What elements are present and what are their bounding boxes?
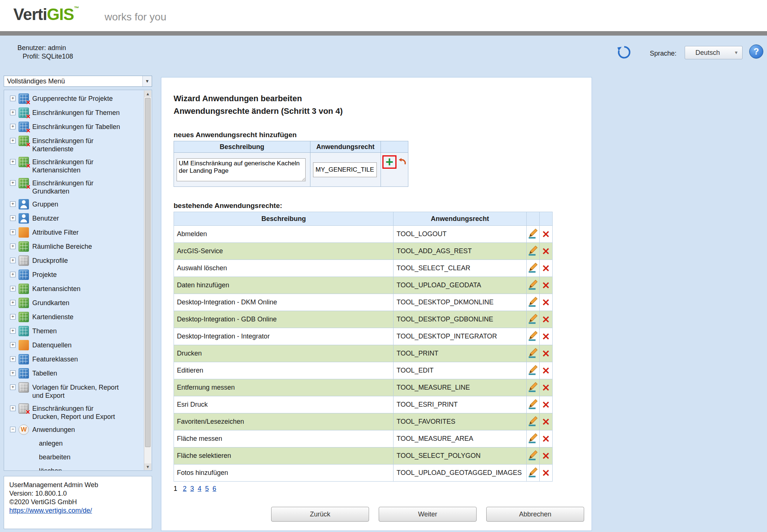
expand-icon[interactable]: + xyxy=(10,356,16,362)
sidebar-item-anwendungen[interactable]: −Anwendungen xyxy=(4,423,137,437)
sidebar-item-tabellen[interactable]: +Tabellen xyxy=(4,366,137,380)
sidebar-item-benutzer[interactable]: +Benutzer xyxy=(4,211,137,225)
page-link-2[interactable]: 2 xyxy=(183,485,187,492)
select-arrow-icon[interactable]: ▼ xyxy=(142,76,152,86)
language-select[interactable]: Deutsch ▼ xyxy=(685,46,743,59)
edit-icon[interactable] xyxy=(527,466,539,478)
sidebar-item-kartenansichten[interactable]: +Kartenansichten xyxy=(4,282,137,296)
expand-icon[interactable]: + xyxy=(10,286,16,291)
edit-icon[interactable] xyxy=(527,313,539,324)
delete-icon[interactable]: ✕ xyxy=(542,382,550,393)
sidebar-subitem-bearbeiten[interactable]: bearbeiten xyxy=(4,450,137,464)
expand-icon[interactable]: + xyxy=(10,201,16,207)
scroll-up-icon[interactable]: ▲ xyxy=(144,90,151,97)
sidebar-item-themen[interactable]: +Themen xyxy=(4,324,137,338)
sidebar-item-einschränkungen-für-tabellen[interactable]: +✕Einschränkungen für Tabellen xyxy=(4,120,137,134)
expand-icon[interactable]: + xyxy=(10,96,16,101)
add-right-icon[interactable]: + xyxy=(384,156,395,168)
edit-icon[interactable] xyxy=(527,432,539,443)
refresh-icon[interactable] xyxy=(616,44,632,60)
menu-mode-select[interactable]: Vollständiges Menü ▼ xyxy=(4,76,152,87)
expand-icon[interactable]: + xyxy=(10,272,16,277)
collapse-icon[interactable]: − xyxy=(10,427,16,432)
delete-icon[interactable]: ✕ xyxy=(542,263,550,274)
delete-icon[interactable]: ✕ xyxy=(542,280,550,291)
delete-icon[interactable]: ✕ xyxy=(542,314,550,325)
sidebar-item-einschränkungen-für-grundkarten[interactable]: +✕Einschränkungen für Grundkarten xyxy=(4,176,137,197)
expand-icon[interactable]: + xyxy=(10,229,16,235)
edit-icon[interactable] xyxy=(527,245,539,256)
einschränkungen-für-kartendienste-icon: ✕ xyxy=(19,136,29,146)
delete-icon[interactable]: ✕ xyxy=(542,331,550,342)
edit-icon[interactable] xyxy=(527,296,539,307)
help-button[interactable]: ? xyxy=(749,44,763,59)
sidebar-item-featureklassen[interactable]: +Featureklassen xyxy=(4,352,137,366)
expand-icon[interactable]: + xyxy=(10,384,16,390)
expand-icon[interactable]: + xyxy=(10,124,16,129)
expand-icon[interactable]: + xyxy=(10,215,16,221)
sidebar-item-projekte[interactable]: +Projekte xyxy=(4,268,137,282)
vertigis-link[interactable]: https://www.vertigis.com/de/ xyxy=(9,507,92,514)
edit-icon[interactable] xyxy=(527,449,539,460)
edit-icon[interactable] xyxy=(527,398,539,409)
expand-icon[interactable]: + xyxy=(10,342,16,348)
edit-icon[interactable] xyxy=(527,228,539,239)
delete-icon[interactable]: ✕ xyxy=(542,433,550,445)
delete-icon[interactable]: ✕ xyxy=(542,399,550,410)
delete-icon[interactable]: ✕ xyxy=(542,467,550,479)
sidebar-item-einschränkungen-für-kartenansichten[interactable]: +✕Einschränkungen für Kartenansichten xyxy=(4,155,137,176)
expand-icon[interactable]: + xyxy=(10,110,16,115)
sidebar-item-druckprofile[interactable]: +Druckprofile xyxy=(4,254,137,268)
scrollbar-thumb[interactable] xyxy=(145,98,151,447)
sidebar-item-einschränkungen-für-themen[interactable]: +✕Einschränkungen für Themen xyxy=(4,106,137,120)
delete-icon[interactable]: ✕ xyxy=(542,229,550,240)
edit-icon[interactable] xyxy=(527,364,539,375)
sidebar-item-gruppen[interactable]: +Gruppen xyxy=(4,197,137,211)
page-link-3[interactable]: 3 xyxy=(190,485,194,492)
delete-icon[interactable]: ✕ xyxy=(542,297,550,308)
sidebar-item-räumliche-bereiche[interactable]: +Räumliche Bereiche xyxy=(4,239,137,254)
delete-icon[interactable]: ✕ xyxy=(542,365,550,376)
expand-icon[interactable]: + xyxy=(10,258,16,263)
expand-icon[interactable]: + xyxy=(10,159,16,165)
edit-icon[interactable] xyxy=(527,347,539,358)
sidebar-subitem-anlegen[interactable]: anlegen xyxy=(4,437,137,450)
sidebar-item-kartendienste[interactable]: +Kartendienste xyxy=(4,310,137,324)
expand-icon[interactable]: + xyxy=(10,370,16,376)
delete-icon[interactable]: ✕ xyxy=(542,416,550,427)
edit-icon[interactable] xyxy=(527,381,539,392)
sidebar-item-attributive-filter[interactable]: +Attributive Filter xyxy=(4,225,137,239)
new-description-input[interactable]: UM Einschränkung auf generische Kacheln … xyxy=(177,158,306,181)
sidebar-item-grundkarten[interactable]: +Grundkarten xyxy=(4,296,137,310)
expand-icon[interactable]: + xyxy=(10,180,16,186)
sidebar-item-datenquellen[interactable]: +Datenquellen xyxy=(4,338,137,352)
back-button[interactable]: Zurück xyxy=(271,507,369,522)
edit-icon[interactable] xyxy=(527,279,539,290)
delete-icon[interactable]: ✕ xyxy=(542,450,550,462)
expand-icon[interactable]: + xyxy=(10,244,16,249)
expand-icon[interactable]: + xyxy=(10,300,16,305)
edit-icon[interactable] xyxy=(527,262,539,273)
sidebar-item-einschränkungen-für-drucken-report-und-export[interactable]: +✕Einschränkungen für Drucken, Report un… xyxy=(4,402,137,423)
page-link-4[interactable]: 4 xyxy=(198,485,201,492)
undo-icon[interactable] xyxy=(397,157,407,168)
expand-icon[interactable]: + xyxy=(10,328,16,334)
edit-icon[interactable] xyxy=(527,415,539,426)
page-link-6[interactable]: 6 xyxy=(213,485,216,492)
delete-icon[interactable]: ✕ xyxy=(542,246,550,257)
sidebar-subitem-löschen[interactable]: löschen xyxy=(4,464,137,471)
delete-icon[interactable]: ✕ xyxy=(542,348,550,359)
expand-icon[interactable]: + xyxy=(10,406,16,411)
sidebar-scrollbar[interactable]: ▲ ▼ xyxy=(144,90,151,470)
expand-icon[interactable]: + xyxy=(10,138,16,143)
new-right-input[interactable] xyxy=(313,162,377,177)
scroll-down-icon[interactable]: ▼ xyxy=(144,463,151,470)
cancel-button[interactable]: Abbrechen xyxy=(486,507,584,522)
edit-icon[interactable] xyxy=(527,330,539,341)
expand-icon[interactable]: + xyxy=(10,314,16,320)
page-link-5[interactable]: 5 xyxy=(205,485,209,492)
sidebar-item-einschränkungen-für-kartendienste[interactable]: +✕Einschränkungen für Kartendienste xyxy=(4,134,137,155)
sidebar-item-gruppenrechte-für-projekte[interactable]: +✕Gruppenrechte für Projekte xyxy=(4,92,137,106)
next-button[interactable]: Weiter xyxy=(379,507,477,522)
sidebar-item-vorlagen-für-drucken-report-und-export[interactable]: +Vorlagen für Drucken, Report und Export xyxy=(4,380,137,402)
